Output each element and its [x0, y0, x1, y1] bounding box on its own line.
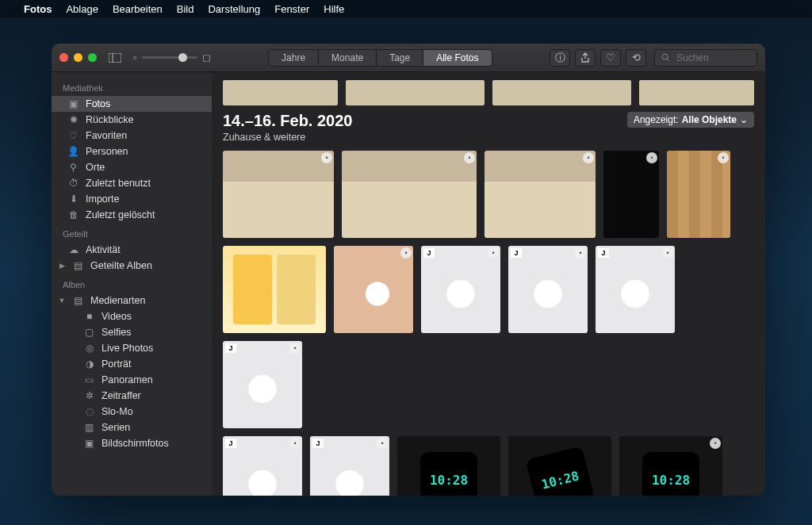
slomo-icon: ◌	[83, 406, 95, 417]
sidebar-item-label: Orte	[86, 162, 105, 173]
photo-thumbnail[interactable]: •J	[596, 246, 675, 333]
sidebar-toggle-button[interactable]	[105, 49, 125, 67]
screenshot-icon: ▣	[83, 438, 95, 449]
thumb-sliver[interactable]	[492, 80, 631, 105]
menu-window[interactable]: Fenster	[274, 3, 309, 15]
sidebar-item-label: Zeitraffer	[102, 390, 141, 401]
search-field[interactable]	[654, 49, 757, 67]
person-icon: 👤	[67, 146, 79, 157]
sidebar-item-label: Live Photos	[102, 343, 153, 354]
referenced-badge-icon: •	[646, 152, 657, 163]
display-filter-label: Angezeigt:	[634, 114, 679, 125]
sidebar-item-label: Porträt	[102, 358, 132, 370]
fullscreen-button[interactable]	[88, 53, 97, 62]
sidebar-item-label: Bildschirmfotos	[102, 438, 169, 449]
segment-months[interactable]: Monate	[319, 50, 377, 66]
date-range: 14.–16. Feb. 2020	[223, 112, 352, 130]
sidebar-item[interactable]: ▥Serien	[52, 420, 212, 435]
sidebar-item[interactable]: ⏱Zuletzt benutzt	[52, 175, 212, 191]
sidebar-section-title: Geteilt	[52, 223, 212, 242]
photo-thumbnail[interactable]: •	[342, 151, 477, 238]
sidebar-item[interactable]: ⚲Orte	[52, 159, 212, 175]
sidebar-item-label: Serien	[102, 422, 130, 433]
format-badge: J	[511, 248, 522, 258]
menu-file[interactable]: Ablage	[66, 3, 98, 15]
search-icon	[661, 53, 670, 62]
sidebar-item[interactable]: ▼▤Medienarten	[52, 293, 212, 308]
sidebar-item-label: Aktivität	[86, 244, 121, 255]
segment-all-photos[interactable]: Alle Fotos	[423, 50, 491, 66]
cloud-icon: ☁	[67, 244, 79, 255]
thumb-sliver[interactable]	[223, 80, 338, 105]
sidebar-item[interactable]: ▢Selfies	[52, 324, 212, 340]
sidebar-item[interactable]: 👤Personen	[52, 144, 212, 159]
photo-thumbnail[interactable]: •J	[508, 246, 588, 333]
sidebar-item[interactable]: ◌Slo-Mo	[52, 404, 212, 420]
close-button[interactable]	[59, 53, 68, 62]
sidebar-item[interactable]: ◑Porträt	[52, 356, 212, 372]
photo-thumbnail[interactable]	[223, 246, 326, 333]
photo-thumbnail[interactable]: •J	[310, 436, 389, 496]
sidebar-item[interactable]: ⬇Importe	[52, 191, 212, 207]
disclosure-triangle-icon[interactable]: ▶	[58, 262, 66, 270]
search-input[interactable]	[675, 52, 750, 64]
portrait-icon: ◑	[83, 358, 95, 370]
svg-line-3	[668, 59, 670, 62]
minimize-button[interactable]	[74, 53, 82, 62]
segment-years[interactable]: Jahre	[269, 50, 319, 66]
referenced-badge-icon: •	[575, 247, 586, 259]
segment-days[interactable]: Tage	[377, 50, 423, 66]
photo-thumbnail[interactable]: 10:28•	[619, 436, 722, 496]
photo-thumbnail[interactable]: •	[485, 151, 596, 238]
location-subtitle: Zuhause & weitere	[223, 132, 352, 143]
referenced-badge-icon: •	[400, 247, 412, 259]
photo-thumbnail[interactable]: •	[667, 151, 730, 238]
menu-image[interactable]: Bild	[177, 3, 194, 15]
photo-thumbnail[interactable]: •J	[223, 341, 302, 428]
photos-window: ▫ ◻ Jahre Monate Tage Alle Fotos ⓘ ♡ ⟲	[52, 44, 765, 496]
menu-help[interactable]: Hilfe	[324, 3, 344, 15]
share-button[interactable]	[575, 49, 596, 67]
photo-thumbnail[interactable]: •	[223, 151, 334, 238]
system-menubar: Fotos Ablage Bearbeiten Bild Darstellung…	[0, 0, 812, 17]
menu-edit[interactable]: Bearbeiten	[113, 3, 163, 15]
sidebar-item[interactable]: ▣Bildschirmfotos	[52, 435, 212, 451]
photo-thumbnail[interactable]: •	[603, 151, 659, 238]
photo-thumbnail[interactable]: •J	[223, 436, 302, 496]
rotate-button[interactable]: ⟲	[626, 49, 646, 67]
referenced-badge-icon: •	[289, 343, 301, 354]
app-menu[interactable]: Fotos	[24, 3, 52, 15]
photo-thumbnail[interactable]: 10:28	[508, 436, 611, 496]
heart-icon: ♡	[67, 130, 79, 141]
selfie-icon: ▢	[83, 327, 95, 338]
photo-thumbnail[interactable]: •	[334, 246, 413, 333]
sidebar-item[interactable]: ✺Rückblicke	[52, 112, 212, 128]
menu-view[interactable]: Darstellung	[208, 3, 260, 15]
display-filter-value: Alle Objekte	[682, 114, 737, 125]
timelapse-icon: ✲	[83, 390, 95, 401]
sidebar-item[interactable]: ▶▤Geteilte Alben	[52, 258, 212, 274]
sidebar-item[interactable]: ♡Favoriten	[52, 128, 212, 144]
sidebar-item[interactable]: ■Videos	[52, 308, 212, 324]
favorite-button[interactable]: ♡	[600, 49, 621, 67]
sidebar-item-label: Slo-Mo	[102, 406, 133, 417]
sidebar-item[interactable]: ▭Panoramen	[52, 372, 212, 388]
referenced-badge-icon: •	[488, 247, 499, 259]
sidebar-item[interactable]: ☁Aktivität	[52, 242, 212, 258]
info-button[interactable]: ⓘ	[550, 49, 570, 67]
sidebar-item[interactable]: ◎Live Photos	[52, 340, 212, 356]
pin-icon: ⚲	[67, 162, 79, 173]
sidebar-item[interactable]: ✲Zeitraffer	[52, 388, 212, 404]
photo-thumbnail[interactable]: 10:28	[397, 436, 500, 496]
thumb-sliver[interactable]	[346, 80, 485, 105]
disclosure-triangle-icon[interactable]: ▼	[58, 297, 66, 305]
referenced-badge-icon: •	[718, 152, 729, 163]
display-filter-button[interactable]: Angezeigt: Alle Objekte ⌄	[627, 112, 754, 128]
grid-large-icon: ◻	[202, 52, 211, 63]
sidebar-item-label: Geteilte Alben	[90, 260, 152, 271]
photo-thumbnail[interactable]: •J	[421, 246, 500, 333]
sidebar-item[interactable]: 🗑Zuletzt gelöscht	[52, 207, 212, 223]
sidebar-item[interactable]: ▣Fotos	[52, 96, 212, 112]
thumb-sliver[interactable]	[639, 80, 754, 105]
thumbnail-zoom-slider[interactable]: ▫ ◻	[133, 52, 211, 63]
